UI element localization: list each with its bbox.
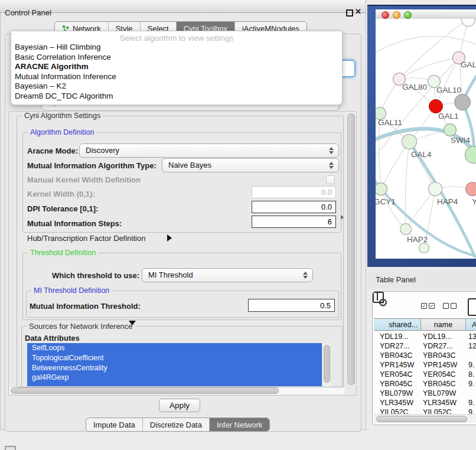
node-label: GAL1 bbox=[438, 112, 459, 120]
table-horizontal-scrollbar-thumb[interactable] bbox=[376, 416, 467, 422]
node-unlabeled[interactable] bbox=[419, 243, 429, 253]
node-label: GAL10 bbox=[436, 86, 461, 94]
unchecked-checkbox-icon[interactable] bbox=[443, 303, 449, 309]
checked-checkbox-icon[interactable]: ✓ bbox=[429, 303, 435, 309]
table-row[interactable]: YIL052C YIL052C 9. bbox=[374, 408, 476, 414]
node-gal4[interactable] bbox=[402, 134, 417, 149]
table-horizontal-scrollbar[interactable] bbox=[374, 414, 476, 423]
mi-threshold-label: Mutual Information Threshold: bbox=[30, 302, 141, 311]
popup-item[interactable]: Mutual Information Inference bbox=[11, 72, 342, 82]
table-row[interactable]: YBL079W YBL079W bbox=[374, 389, 476, 399]
control-panel-titlebar[interactable] bbox=[0, 0, 366, 13]
aracne-mode-combobox[interactable]: Discovery bbox=[79, 144, 339, 158]
which-threshold-label: Which threshold to use: bbox=[52, 271, 139, 280]
node-label: GAL11 bbox=[378, 118, 402, 127]
node-salmon[interactable] bbox=[465, 182, 476, 196]
network-window-titlebar[interactable] bbox=[376, 9, 476, 19]
node-label: GCY1 bbox=[376, 197, 396, 206]
control-panel-title: Control Panel bbox=[5, 8, 51, 17]
kernel-width-label: Kernel Width (0,1): bbox=[27, 190, 95, 198]
cyni-algorithm-settings-title: Cyni Algorithm Settings bbox=[22, 112, 103, 120]
network-canvas[interactable]: GAL GAL80 GAL10 GAL1 GAL11 SWI4 GAL4 GCY… bbox=[376, 19, 476, 259]
dpi-tolerance-input[interactable] bbox=[252, 201, 336, 213]
popup-item[interactable]: Dream8 DC_TDC Algorithm bbox=[11, 92, 342, 102]
node-label: HAP2 bbox=[407, 235, 428, 244]
vertical-scrollbar-thumb[interactable] bbox=[347, 113, 355, 385]
mi-steps-label: Mutual Information Steps: bbox=[27, 219, 122, 228]
algorithm-popup: Select algorithm to view settings Bayesi… bbox=[11, 31, 343, 105]
table-row[interactable]: YBR043C YBR043C bbox=[374, 351, 476, 361]
horizontal-scrollbar-thumb[interactable] bbox=[11, 387, 279, 394]
node-gal1[interactable] bbox=[444, 123, 457, 136]
attributes-scrollbar-thumb[interactable] bbox=[324, 345, 330, 383]
node-hap2[interactable] bbox=[400, 223, 412, 235]
expander-right-icon[interactable] bbox=[167, 234, 172, 242]
combo-stepper-icon bbox=[329, 146, 334, 155]
expander-down-icon[interactable] bbox=[129, 321, 136, 325]
bottom-tabbar: Impute Data Discretize Data Infer Networ… bbox=[86, 418, 270, 432]
attribute-item[interactable]: SelfLoops bbox=[27, 343, 322, 353]
node-label: GAL80 bbox=[402, 83, 427, 92]
table-row[interactable]: YLR345W YLR345W 9. bbox=[374, 399, 476, 408]
bottom-left-widget[interactable] bbox=[5, 446, 16, 450]
minimize-traffic-button[interactable] bbox=[393, 11, 400, 19]
data-attributes-label: Data Attributes bbox=[25, 334, 80, 343]
tab-discretize-data[interactable]: Discretize Data bbox=[142, 418, 209, 431]
table-row[interactable]: YBR045C YBR045C 9. bbox=[374, 380, 476, 389]
aracne-mode-label: Aracne Mode: bbox=[27, 146, 78, 155]
mi-steps-input[interactable] bbox=[252, 216, 336, 228]
table-row[interactable]: YDR27... YDR27... 12 bbox=[374, 342, 476, 351]
algorithm-definition-title: Algorithm Definition bbox=[28, 128, 96, 136]
popup-item[interactable]: Bayesian – Hill Climbing bbox=[11, 43, 342, 53]
popup-item[interactable]: Bayesian – K2 bbox=[11, 81, 342, 92]
mi-type-label: Mutual Information Algorithm Type: bbox=[27, 161, 157, 170]
node-gray[interactable] bbox=[454, 94, 471, 110]
table-panel-window: ⚙ ✓ ✓ shared... name A YDL19... YDL19...… bbox=[372, 291, 476, 425]
checked-checkbox-icon[interactable]: ✓ bbox=[421, 303, 427, 309]
hub-expander-label[interactable]: Hub/Transcription Factor Definition bbox=[27, 234, 145, 243]
threshold-definition-title: Threshold Definition bbox=[28, 249, 98, 257]
kernel-width-input[interactable] bbox=[252, 186, 336, 198]
popup-item-selected[interactable]: ARACNE Algorithm bbox=[11, 62, 342, 72]
tab-impute-data[interactable]: Impute Data bbox=[86, 418, 142, 431]
unchecked-checkbox-icon[interactable] bbox=[451, 303, 457, 309]
table-panel-title: Table Panel bbox=[376, 275, 416, 284]
attributes-scrollbar[interactable] bbox=[322, 343, 330, 386]
popup-placeholder: Select algorithm to view settings bbox=[11, 34, 342, 43]
which-threshold-combobox[interactable]: MI Threshold bbox=[142, 268, 313, 282]
column-header-name[interactable]: name bbox=[421, 318, 466, 331]
mi-type-combobox[interactable]: Naive Bayes bbox=[162, 158, 339, 172]
gear-icon[interactable]: ⚙ bbox=[378, 296, 388, 309]
attribute-item[interactable]: BetweennessCentrality bbox=[27, 363, 322, 373]
sources-group-title: Sources for Network Inference bbox=[27, 322, 135, 331]
mi-threshold-group-title: MI Threshold Definition bbox=[31, 286, 112, 295]
network-window: GAL GAL80 GAL10 GAL1 GAL11 SWI4 GAL4 GCY… bbox=[376, 9, 476, 259]
column-header-partial[interactable]: A bbox=[466, 318, 476, 331]
close-icon[interactable]: ✕ bbox=[355, 7, 361, 16]
mi-threshold-input[interactable] bbox=[248, 299, 335, 312]
node-hap4[interactable] bbox=[428, 182, 442, 196]
tab-infer-network[interactable]: Infer Network bbox=[209, 418, 269, 431]
column-header-shared-name[interactable]: shared... bbox=[374, 318, 421, 331]
desktop: Control Panel ✕ Network Style Select Cyn… bbox=[0, 0, 476, 450]
table-row[interactable]: YPR145W YPR145W 9. bbox=[374, 361, 476, 370]
data-attributes-list: SelfLoops TopologicalCoefficient Between… bbox=[27, 343, 322, 386]
table-mode-icon[interactable] bbox=[468, 298, 476, 316]
zoom-traffic-button[interactable] bbox=[404, 11, 412, 19]
node-label: GAL4 bbox=[411, 150, 432, 159]
splitter-collapse-arrow[interactable] bbox=[341, 215, 344, 220]
float-window-icon[interactable] bbox=[346, 9, 353, 17]
attribute-item[interactable]: TopologicalCoefficient bbox=[27, 353, 322, 363]
attribute-item[interactable]: gal4RGexp bbox=[27, 373, 322, 383]
combo-stepper-icon bbox=[329, 161, 334, 169]
close-traffic-button[interactable] bbox=[382, 11, 389, 19]
manual-kernel-label: Manual Kernel Width Definition bbox=[27, 175, 141, 184]
table-row[interactable]: YDL19... YDL19... 13 bbox=[374, 332, 476, 342]
node-label: SWI4 bbox=[451, 136, 470, 145]
manual-kernel-checkbox[interactable] bbox=[326, 175, 335, 184]
dpi-tolerance-label: DPI Tolerance [0,1]: bbox=[27, 204, 98, 213]
table-row[interactable]: YER054C YER054C 8. bbox=[374, 370, 476, 380]
popup-item[interactable]: Basic Correlation Inference bbox=[11, 53, 342, 63]
node-label: HAP4 bbox=[437, 197, 458, 206]
apply-button[interactable]: Apply bbox=[159, 399, 200, 412]
